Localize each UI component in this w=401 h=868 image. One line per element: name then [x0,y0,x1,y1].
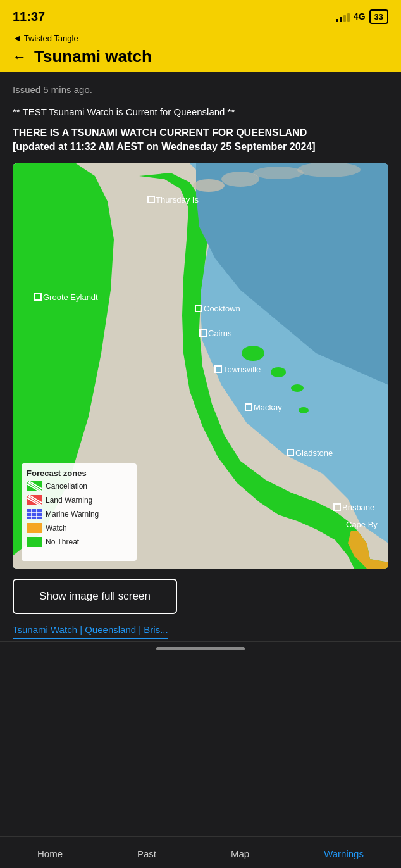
alert-title: ** TEST Tsunami Watch is Current for Que… [13,106,388,117]
nav-past[interactable]: Past [127,846,166,862]
svg-text:Land Warning: Land Warning [46,496,92,505]
svg-point-7 [253,167,304,179]
nav-warnings[interactable]: Warnings [314,846,374,862]
back-link[interactable]: ◄ Twisted Tangle [13,33,388,43]
content-area: Issued 5 mins ago. ** TEST Tsunami Watch… [0,72,401,569]
home-indicator [0,642,401,653]
page-title: Tsunami watch [34,47,152,66]
svg-point-2 [271,367,286,377]
svg-text:Watch: Watch [46,524,67,532]
status-bar: 11:37 4G 33 [0,0,401,30]
svg-text:Brisbane: Brisbane [342,503,374,512]
svg-text:Townsville: Townsville [223,365,261,374]
signal-icon [336,11,350,22]
svg-point-5 [193,179,225,192]
svg-text:Gladstone: Gladstone [295,448,333,458]
app-bar: ◄ Twisted Tangle ← Tsunami watch [0,30,401,72]
back-app-label: Twisted Tangle [24,34,78,43]
svg-text:Thursday Is: Thursday Is [156,195,199,204]
svg-rect-46 [27,537,42,547]
svg-text:Groote Eylandt: Groote Eylandt [43,292,98,302]
alert-headline: THERE IS A TSUNAMI WATCH CURRENT FOR QUE… [13,126,388,154]
fullscreen-btn-container: Show image full screen [0,569,401,624]
network-label: 4G [354,11,366,22]
svg-point-3 [291,384,304,392]
battery-badge: 33 [369,9,388,24]
back-arrow-small-icon: ◄ [13,33,22,43]
svg-point-1 [242,346,264,361]
svg-text:Cape By: Cape By [346,520,378,529]
svg-text:Mackay: Mackay [254,403,282,412]
nav-hint-text: Tsunami Watch | Queensland | Bris... [13,624,168,639]
svg-rect-44 [27,523,42,533]
svg-rect-38 [27,509,42,519]
home-indicator-bar [156,647,245,650]
bottom-navigation: Home Past Map Warnings [0,836,401,868]
show-fullscreen-button[interactable]: Show image full screen [13,579,177,614]
svg-point-4 [299,407,309,413]
nav-map[interactable]: Map [221,846,259,862]
nav-home[interactable]: Home [27,846,73,862]
svg-text:Cairns: Cairns [208,329,232,338]
tsunami-map: Thursday Is Groote Eylandt Cooktown Cair… [13,163,388,569]
issued-text: Issued 5 mins ago. [13,84,388,95]
svg-text:Cancellation: Cancellation [46,482,87,491]
status-right: 4G 33 [336,9,388,24]
svg-text:Forecast zones: Forecast zones [27,469,87,478]
status-time: 11:37 [13,9,45,24]
bottom-nav-hint[interactable]: Tsunami Watch | Queensland | Bris... [0,624,401,642]
page-header: ← Tsunami watch [13,47,388,66]
map-svg: Thursday Is Groote Eylandt Cooktown Cair… [13,163,388,569]
svg-text:No Threat: No Threat [46,538,80,546]
svg-text:Cooktown: Cooktown [204,304,240,313]
back-arrow-icon[interactable]: ← [13,49,27,65]
svg-text:Marine Warning: Marine Warning [46,510,99,519]
